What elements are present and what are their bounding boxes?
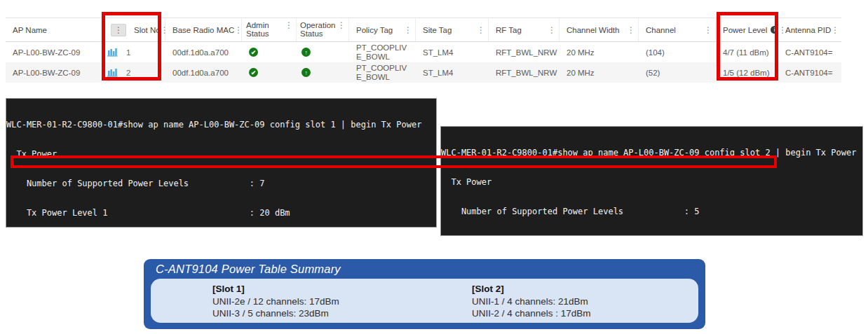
column-label: AP Name [13,26,47,34]
column-header-ap-name[interactable]: AP Name [6,18,104,41]
column-header-slot-no[interactable]: ⋮ Slot No ⋮ [104,18,165,41]
column-menu-icon[interactable]: ⋮ [831,26,839,34]
base-radio-mac-cell: 00df.1d0a.a700 [165,62,242,83]
screenshot-root: AP Name ⋮ Slot No ⋮ Base Radio MAC ⋮ Adm… [0,0,868,334]
terminal-line: Number of Supported Power Levels : 5 [441,207,862,216]
column-menu-icon[interactable]: ⋮ [285,21,293,29]
column-label: Operation Status [300,21,337,38]
column-header-antenna-pid[interactable]: Antenna PID ⋮ [778,18,841,41]
cli-output-slot2: WLC-MER-01-R2-C9800-01#show ap name AP-L… [440,126,863,236]
column-menu-icon[interactable]: ⋮ [404,26,412,34]
column-menu-icon[interactable]: ⋮ [111,24,126,36]
column-label: Base Radio MAC [172,26,234,34]
summary-slot1-heading: [Slot 1] [212,283,339,295]
column-label: Policy Tag [356,26,393,34]
slot-number[interactable]: 2 [126,69,130,77]
column-label: RF Tag [496,26,522,34]
operation-status-up-icon: ↑ [301,48,311,57]
column-header-channel[interactable]: Channel ⋮ [639,18,716,41]
radio-stats-chart-icon[interactable] [107,68,118,77]
slot-number[interactable]: 1 [126,48,130,57]
antenna-pid-cell: C-ANT9104= [778,62,841,83]
column-label: Antenna PID [785,26,831,34]
channel-width-cell: 20 MHz [560,42,639,62]
column-header-site-tag[interactable]: Site Tag ⋮ [416,18,489,41]
power-table-summary-callout: C-ANT9104 Power Table Summary [Slot 1] U… [144,259,705,329]
slot-no-cell: 2 [104,62,165,83]
rf-tag-cell: RFT_BWL_NRW [489,42,560,62]
column-label: Admin Status [246,21,283,38]
terminal-line: Tx Power [441,177,862,187]
summary-slot2-heading: [Slot 2] [472,283,591,295]
column-header-admin-status[interactable]: Admin Status ⋮ [242,18,297,41]
operation-status-cell: ↑ [297,62,349,83]
summary-line: UNII-2 / 4 channels : 17dBm [472,307,591,320]
table-row-slot2: AP-L00-BW-ZC-09 2 00df.1d0a.a700 ✔ ↑ PT_… [6,62,841,83]
column-header-policy-tag[interactable]: Policy Tag ⋮ [349,18,416,41]
column-label: Site Tag [423,26,452,34]
summary-line: UNII-1 / 4 channels: 21dBm [472,295,591,308]
column-label: Power Level [723,26,767,34]
column-header-base-radio-mac[interactable]: Base Radio MAC ⋮ [165,18,242,41]
terminal-line: Number of Supported Power Levels : 7 [6,179,436,188]
cli-output-slot1: WLC-MER-01-R2-C9800-01#show ap name AP-L… [6,98,437,228]
admin-status-cell: ✔ [242,62,297,83]
site-tag-cell: ST_LM4 [416,62,489,83]
ap-radio-table: AP Name ⋮ Slot No ⋮ Base Radio MAC ⋮ Adm… [6,18,841,83]
power-level-cell: 1/5 (12 dBm) [716,62,778,83]
column-menu-icon[interactable]: ⋮ [704,26,712,34]
summary-slot1-column: [Slot 1] UNII-2e / 12 channels: 17dBm UN… [212,283,339,320]
terminal-line: WLC-MER-01-R2-C9800-01#show ap name AP-L… [441,148,862,158]
column-menu-icon[interactable]: ⋮ [548,26,556,34]
column-label: Slot No [134,26,161,34]
ap-name-cell: AP-L00-BW-ZC-09 [6,62,104,83]
summary-body: [Slot 1] UNII-2e / 12 channels: 17dBm UN… [151,279,698,323]
admin-status-up-icon: ✔ [249,48,258,57]
channel-cell: (104) [639,42,716,62]
ap-name-cell: AP-L00-BW-ZC-09 [6,42,104,62]
terminal-line: Tx Power [6,149,436,159]
channel-width-cell: 20 MHz [560,62,639,83]
terminal-line: WLC-MER-01-R2-C9800-01#show ap name AP-L… [6,120,436,130]
slot-no-cell: 1 [104,42,165,62]
table-row-slot1: AP-L00-BW-ZC-09 1 00df.1d0a.a700 ✔ ↑ PT_… [6,42,841,62]
summary-title: C-ANT9104 Power Table Summary [144,259,705,276]
antenna-pid-cell: C-ANT9104= [778,42,841,62]
column-header-channel-width[interactable]: Channel Width ⋮ [560,18,639,41]
policy-tag-cell: PT_COOPLIVE_BOWL [349,42,416,62]
summary-slot2-column: [Slot 2] UNII-1 / 4 channels: 21dBm UNII… [472,283,591,320]
terminal-line: Tx Power Level 1 : 20 dBm [6,208,436,218]
column-menu-icon[interactable]: ⋮ [477,26,485,34]
column-header-operation-status[interactable]: Operation Status ⋮ [297,18,349,41]
channel-cell: (52) [639,62,716,83]
column-menu-icon[interactable]: ⋮ [337,21,346,29]
column-label: Channel [646,26,676,34]
operation-status-up-icon: ↑ [301,68,311,77]
policy-tag-cell: PT_COOPLIVE_BOWL [349,62,416,83]
column-menu-icon[interactable]: ⋮ [627,26,635,34]
rf-tag-cell: RFT_BWL_NRW [489,62,560,83]
summary-line: UNII-2e / 12 channels: 17dBm [212,295,339,308]
column-header-rf-tag[interactable]: RF Tag ⋮ [489,18,560,41]
table-header-row: AP Name ⋮ Slot No ⋮ Base Radio MAC ⋮ Adm… [6,18,841,42]
power-level-cell: 4/7 (11 dBm) [716,42,778,62]
admin-status-cell: ✔ [242,42,297,62]
admin-status-up-icon: ✔ [249,68,258,77]
info-icon[interactable]: i [771,26,778,34]
radio-stats-chart-icon[interactable] [107,48,118,57]
column-label: Channel Width [567,26,619,34]
column-header-power-level[interactable]: Power Level i ⋮ [716,18,778,41]
base-radio-mac-cell: 00df.1d0a.a700 [165,42,242,62]
summary-line: UNII-3 / 5 channels: 23dBm [212,307,339,320]
site-tag-cell: ST_LM4 [416,42,489,62]
operation-status-cell: ↑ [297,42,349,62]
